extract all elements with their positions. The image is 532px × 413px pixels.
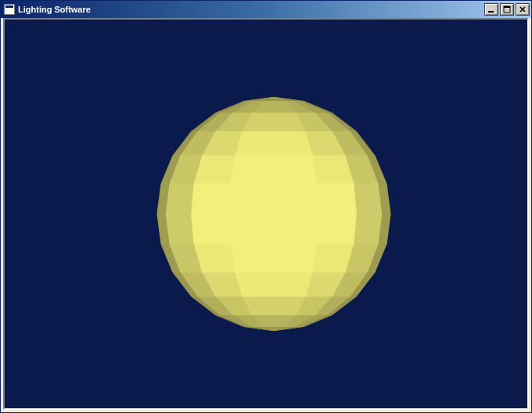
viewport[interactable] [3,18,529,410]
titlebar[interactable]: Lighting Software [1,1,531,18]
close-icon [519,5,527,13]
maximize-button[interactable] [500,3,514,16]
window-title: Lighting Software [18,5,483,14]
app-icon [4,4,15,15]
render-canvas [5,20,527,408]
svg-rect-2 [504,6,510,8]
svg-rect-0 [488,11,494,13]
minimize-icon [487,5,495,13]
render-canvas-wrap [5,20,527,408]
close-button[interactable] [516,3,530,16]
window-controls [483,3,530,16]
maximize-icon [503,5,511,13]
app-window: Lighting Software [0,0,532,413]
minimize-button[interactable] [484,3,498,16]
